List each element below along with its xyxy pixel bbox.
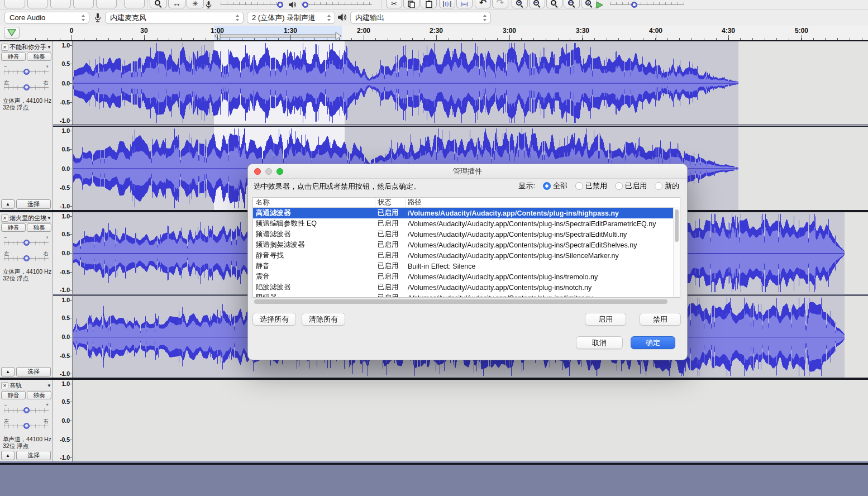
- track-close-button[interactable]: ×: [1, 214, 8, 222]
- recording-channels-select[interactable]: 2 (立体声) 录制声道: [247, 12, 335, 23]
- solo-button[interactable]: 独奏: [27, 391, 51, 399]
- vertical-scrollbar[interactable]: [673, 207, 680, 297]
- vertical-scale-ruler[interactable]: 1.00.50.0-0.5-1.0: [53, 296, 73, 378]
- track-close-button[interactable]: ×: [1, 44, 8, 51]
- mute-button[interactable]: 静音: [1, 391, 26, 399]
- collapse-track-button[interactable]: ▲: [1, 451, 15, 460]
- dialog-titlebar[interactable]: 管理插件: [248, 164, 687, 179]
- vertical-scale-ruler[interactable]: 1.00.50.0-0.5-1.0: [53, 127, 73, 210]
- paste-button[interactable]: [421, 0, 437, 8]
- playback-volume-slider[interactable]: [302, 4, 372, 6]
- mute-button[interactable]: 静音: [1, 53, 26, 61]
- gain-slider[interactable]: −+: [4, 64, 49, 78]
- track-select-button[interactable]: 选择: [16, 451, 51, 460]
- column-header-status[interactable]: 状态: [375, 198, 406, 207]
- transport-record-button[interactable]: [124, 0, 145, 8]
- redo-button[interactable]: ↷: [492, 0, 508, 8]
- gain-slider[interactable]: −+: [4, 235, 49, 249]
- plugin-row[interactable]: 限幅器已启用/Volumes/Audacity/Audacity.app/Con…: [253, 293, 680, 298]
- zoom-tool-button[interactable]: [150, 0, 167, 8]
- plugin-row[interactable]: 陷波滤波器已启用/Volumes/Audacity/Audacity.app/C…: [253, 282, 680, 293]
- copy-button[interactable]: [403, 0, 419, 8]
- gain-thumb[interactable]: [23, 240, 30, 246]
- pan-slider[interactable]: 左右: [4, 79, 49, 94]
- disable-button[interactable]: 禁用: [640, 313, 681, 326]
- column-header-name[interactable]: 名称: [253, 198, 375, 207]
- play-speed-slider[interactable]: [610, 4, 684, 6]
- plugin-table[interactable]: 名称状态路径高通滤波器已启用/Volumes/Audacity/Audacity…: [252, 197, 680, 298]
- playback-volume-thumb[interactable]: [302, 2, 308, 8]
- gain-thumb[interactable]: [23, 407, 30, 413]
- zoom-out-button[interactable]: −: [529, 0, 545, 8]
- transport-pause-button[interactable]: [4, 0, 25, 8]
- track-title[interactable]: 烟火里的尘埃: [9, 214, 47, 222]
- playback-device-select[interactable]: 内建输出: [350, 12, 491, 23]
- filter-radio-已启用[interactable]: 已启用: [615, 181, 647, 191]
- filter-radio-新的[interactable]: 新的: [655, 181, 679, 191]
- transport-skip-start-button[interactable]: [73, 0, 94, 8]
- gain-slider[interactable]: −+: [4, 402, 49, 417]
- timeline-options-button[interactable]: [4, 27, 20, 39]
- solo-button[interactable]: 独奏: [27, 53, 51, 61]
- plugin-row[interactable]: 频谱滤波器已启用/Volumes/Audacity/Audacity.app/C…: [253, 229, 680, 240]
- plugin-row[interactable]: 静音已启用Built-in Effect: Silence: [253, 261, 680, 271]
- audio-host-select[interactable]: Core Audio: [4, 12, 89, 23]
- waveform-display[interactable]: [73, 41, 868, 125]
- pan-thumb[interactable]: [23, 255, 30, 261]
- filter-radio-已禁用[interactable]: 已禁用: [575, 181, 607, 191]
- play-speed-thumb[interactable]: [631, 2, 637, 8]
- collapse-track-button[interactable]: ▲: [1, 199, 15, 209]
- plugin-row[interactable]: 震音已启用/Volumes/Audacity/Audacity.app/Cont…: [253, 271, 680, 282]
- select-all-button[interactable]: 选择所有: [252, 313, 296, 326]
- vertical-scale-ruler[interactable]: 1.00.50.0-0.5-1.0: [53, 41, 73, 125]
- vertical-scrollbar-thumb[interactable]: [675, 209, 679, 242]
- vertical-scale-ruler[interactable]: 1.00.50.0-0.5-1.0: [53, 380, 73, 461]
- track-title[interactable]: 音轨: [9, 381, 47, 390]
- transport-play-button[interactable]: [27, 0, 48, 8]
- plugin-row[interactable]: 频谱编辑参数性 EQ已启用/Volumes/Audacity/Audacity.…: [253, 218, 680, 229]
- enable-button[interactable]: 启用: [585, 313, 626, 326]
- fit-project-button[interactable]: ⊢: [564, 0, 580, 8]
- clear-all-button[interactable]: 清除所有: [302, 313, 345, 326]
- column-header-path[interactable]: 路径: [406, 198, 680, 207]
- transport-skip-end-button[interactable]: [96, 0, 117, 8]
- undo-button[interactable]: ↶: [475, 0, 491, 8]
- track-close-button[interactable]: ×: [1, 382, 8, 389]
- track-menu-dropdown-icon[interactable]: ▼: [47, 216, 51, 221]
- track-select-button[interactable]: 选择: [16, 367, 51, 376]
- plugin-row[interactable]: 静音寻找已启用/Volumes/Audacity/Audacity.app/Co…: [253, 250, 680, 261]
- pan-thumb[interactable]: [23, 84, 30, 90]
- timeline-ruler[interactable]: 0301:001:302:002:303:003:304:004:305:00: [0, 26, 868, 41]
- trim-audio-button[interactable]: [439, 0, 455, 8]
- track-title[interactable]: 不能和你分手: [9, 43, 47, 51]
- silence-audio-button[interactable]: [456, 0, 473, 8]
- filter-radio-全部[interactable]: 全部: [543, 181, 567, 191]
- fit-selection-button[interactable]: ↔: [546, 0, 562, 8]
- collapse-track-button[interactable]: ▲: [1, 367, 15, 376]
- vertical-scale-ruler[interactable]: 1.00.50.0-0.5-1.0: [53, 212, 73, 294]
- pan-slider[interactable]: 左右: [4, 250, 49, 265]
- solo-button[interactable]: 独奏: [27, 223, 51, 232]
- play-at-speed-icon[interactable]: [595, 1, 603, 9]
- plugin-row[interactable]: 高通滤波器已启用/Volumes/Audacity/Audacity.app/C…: [253, 208, 680, 218]
- track-menu-dropdown-icon[interactable]: ▼: [47, 383, 51, 388]
- recording-volume-thumb[interactable]: [277, 2, 283, 8]
- zoom-toggle-button[interactable]: z: [581, 0, 597, 8]
- horizontal-scrollbar-thumb[interactable]: [254, 299, 667, 304]
- zoom-in-button[interactable]: +: [512, 0, 528, 8]
- pan-slider[interactable]: 左右: [4, 418, 49, 432]
- timeshift-tool-button[interactable]: ↔: [168, 0, 185, 8]
- waveform-display[interactable]: [73, 380, 868, 461]
- transport-stop-button[interactable]: [50, 0, 71, 8]
- recording-device-select[interactable]: 内建麦克风: [105, 12, 244, 23]
- pan-thumb[interactable]: [23, 423, 30, 429]
- recording-volume-slider[interactable]: [221, 4, 283, 6]
- multi-tool-button[interactable]: ✳: [187, 0, 204, 8]
- plugin-row[interactable]: 频谱搁架滤波器已启用/Volumes/Audacity/Audacity.app…: [253, 240, 680, 250]
- horizontal-scrollbar[interactable]: [253, 299, 680, 304]
- mute-button[interactable]: 静音: [1, 223, 26, 232]
- ok-button[interactable]: 确定: [631, 336, 675, 349]
- track-menu-dropdown-icon[interactable]: ▼: [47, 45, 51, 50]
- cancel-button[interactable]: 取消: [576, 336, 623, 349]
- cut-button[interactable]: ✂: [386, 0, 402, 8]
